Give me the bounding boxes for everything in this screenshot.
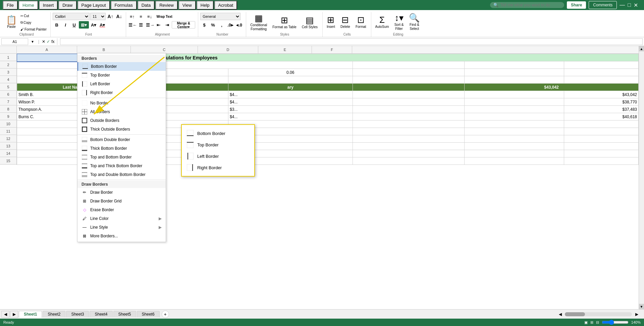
cell-c5[interactable]: ary xyxy=(228,84,353,91)
cell-c9[interactable]: $4... xyxy=(228,113,353,121)
menu-home[interactable]: Home xyxy=(18,1,38,10)
line-color-item[interactable]: 🖊 Line Color ▶ xyxy=(77,214,166,223)
minimize-icon[interactable]: — xyxy=(620,2,625,8)
merge-center-button[interactable]: Merge & Center▾ xyxy=(172,21,195,29)
sheet-tab-5[interactable]: Sheet5 xyxy=(113,311,136,317)
cell-f2[interactable] xyxy=(564,61,638,69)
scroll-up-button[interactable]: ▲ xyxy=(639,46,644,51)
delete-button[interactable]: ⊟ Delete xyxy=(338,13,352,32)
bottom-double-border-item[interactable]: Bottom Double Border xyxy=(77,135,166,144)
cell-d6[interactable] xyxy=(353,91,465,98)
cut-button[interactable]: ✂ Cut xyxy=(19,13,48,19)
row-header-10[interactable]: 10 xyxy=(0,120,16,128)
no-border-item[interactable]: No Border xyxy=(77,99,166,107)
conditional-formatting-button[interactable]: ▦ ConditionalFormatting xyxy=(248,13,269,32)
sheet-tab-4[interactable]: Sheet4 xyxy=(90,311,112,317)
draw-border-item[interactable]: ✏ Draw Border xyxy=(77,188,166,197)
col-header-f[interactable]: F xyxy=(312,46,352,53)
confirm-formula-icon[interactable]: ✓ xyxy=(47,39,50,44)
erase-border-item[interactable]: ◇ Erase Border xyxy=(77,205,166,214)
comments-button[interactable]: Comments xyxy=(589,1,617,9)
format-painter-button[interactable]: 🖌 Format Painter xyxy=(19,26,48,32)
add-sheet-button[interactable]: + xyxy=(162,311,169,318)
decimal-inc-button[interactable]: .0▸ xyxy=(226,21,234,29)
normal-view-icon[interactable]: ▣ xyxy=(584,320,588,325)
cancel-formula-icon[interactable]: ✕ xyxy=(42,39,45,44)
font-color-button[interactable]: A▾ xyxy=(98,21,106,29)
top-border-item[interactable]: Top Border xyxy=(77,71,166,80)
decrease-font-button[interactable]: A↓ xyxy=(115,13,123,20)
row-header-7[interactable]: 7 xyxy=(0,98,16,105)
cell-c7[interactable]: $4... xyxy=(228,98,353,106)
menu-formulas[interactable]: Formulas xyxy=(111,1,137,10)
align-left-button[interactable]: ☰← xyxy=(128,21,136,29)
thick-outside-borders-item[interactable]: Thick Outside Borders xyxy=(77,125,166,134)
sheet-tab-1[interactable]: Sheet1 xyxy=(19,311,42,318)
cell-d3[interactable] xyxy=(353,69,465,76)
increase-font-button[interactable]: A↑ xyxy=(106,13,114,20)
border-button[interactable]: ⊞▾ xyxy=(79,21,89,29)
cell-e5-merged[interactable]: $43,042 xyxy=(465,84,639,91)
page-layout-icon[interactable]: ⊞ xyxy=(590,320,593,325)
row-header-13[interactable]: 13 xyxy=(0,142,16,150)
top-bottom-border-item[interactable]: Top and Bottom Border xyxy=(77,153,166,161)
number-format-select[interactable]: General xyxy=(200,13,240,20)
search-input[interactable] xyxy=(500,3,561,7)
scroll-tabs-left[interactable]: ◀ xyxy=(1,311,9,318)
menu-page-layout[interactable]: Page Layout xyxy=(77,1,110,10)
decimal-dec-button[interactable]: ◂.0 xyxy=(235,21,243,29)
menu-acrobat[interactable]: Acrobat xyxy=(214,1,237,10)
col-header-c[interactable]: C xyxy=(131,46,198,53)
cell-d2[interactable] xyxy=(353,61,465,69)
top-double-bottom-border-item[interactable]: Top and Double Bottom Border xyxy=(77,170,166,179)
cell-c8[interactable]: $3... xyxy=(228,106,353,113)
thick-bottom-border-item[interactable]: Thick Bottom Border xyxy=(77,144,166,153)
cell-e3[interactable] xyxy=(465,69,564,76)
page-break-icon[interactable]: ⊟ xyxy=(596,320,599,325)
outside-borders-item[interactable]: Outside Borders xyxy=(77,116,166,125)
col-header-d[interactable]: D xyxy=(198,46,258,53)
cell-e6[interactable] xyxy=(465,91,564,98)
tooltip-left-border[interactable]: Left Border xyxy=(182,150,254,162)
find-select-button[interactable]: 🔍 Find &Select xyxy=(407,13,422,32)
cell-d9[interactable] xyxy=(353,113,465,121)
align-bottom-button[interactable]: ≡↓ xyxy=(146,13,154,20)
tooltip-top-border[interactable]: Top Border xyxy=(182,139,254,150)
sum-button[interactable]: Σ AutoSum xyxy=(373,13,391,32)
dollar-button[interactable]: $ xyxy=(200,21,208,29)
format-button[interactable]: ⊡ Format xyxy=(354,13,368,32)
vertical-scrollbar[interactable]: ▲ ▼ xyxy=(639,46,644,309)
line-style-item[interactable]: — Line Style ▶ xyxy=(77,223,166,232)
more-borders-item[interactable]: ⊠ More Borders... xyxy=(77,232,166,240)
align-top-button[interactable]: ≡↑ xyxy=(128,13,136,20)
cell-f9[interactable]: $40,618 xyxy=(564,113,638,121)
row-header-14[interactable]: 14 xyxy=(0,150,16,157)
sheet-tab-6[interactable]: Sheet6 xyxy=(137,311,160,317)
row-header-3[interactable]: 3 xyxy=(0,68,16,76)
zoom-slider[interactable] xyxy=(602,320,629,325)
cell-c4[interactable] xyxy=(228,76,353,84)
cell-f4[interactable] xyxy=(564,76,638,84)
horizontal-scrollbar[interactable] xyxy=(565,312,632,316)
font-size-select[interactable]: 11 xyxy=(90,13,106,20)
cell-d4[interactable] xyxy=(353,76,465,84)
row-header-2[interactable]: 2 xyxy=(0,61,16,68)
draw-border-grid-item[interactable]: ⊞ Draw Border Grid xyxy=(77,197,166,205)
cell-b1-merged[interactable]: Deduction Calculations for Employees xyxy=(129,54,638,61)
align-middle-button[interactable]: ≡ xyxy=(137,13,145,20)
menu-help[interactable]: Help xyxy=(197,1,214,10)
scroll-down-button[interactable]: ▼ xyxy=(639,304,644,309)
bold-button[interactable]: B xyxy=(53,21,61,29)
name-box[interactable]: A1 xyxy=(1,38,28,45)
col-header-b[interactable]: B xyxy=(77,46,131,53)
sheet-tab-3[interactable]: Sheet3 xyxy=(66,311,89,317)
copy-button[interactable]: ⧉ Copy xyxy=(19,19,48,26)
cell-styles-button[interactable]: ▤ Cell Styles xyxy=(300,13,320,32)
menu-draw[interactable]: Draw xyxy=(58,1,76,10)
share-button[interactable]: Share xyxy=(567,1,586,9)
cell-e7[interactable] xyxy=(465,98,564,106)
cell-f3[interactable] xyxy=(564,69,638,76)
fill-color-button[interactable]: A▾ xyxy=(90,21,98,29)
close-icon[interactable]: ✕ xyxy=(634,2,638,8)
menu-file[interactable]: File xyxy=(3,1,18,10)
